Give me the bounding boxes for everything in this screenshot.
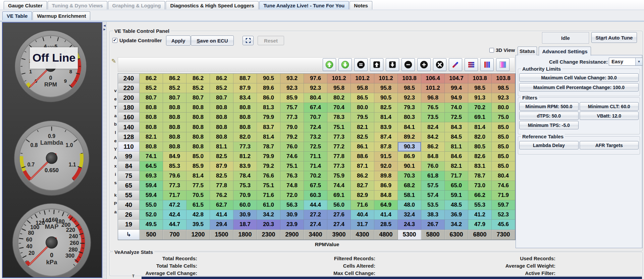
- ve-table-cell[interactable]: 70.9: [233, 191, 257, 200]
- ve-column-header[interactable]: 3900: [327, 230, 351, 240]
- tab-graphing-logging[interactable]: Graphing & Logging: [108, 1, 165, 9]
- ve-row-header[interactable]: 40: [118, 200, 140, 210]
- ve-table-cell[interactable]: 103.8: [398, 74, 421, 83]
- ve-table-cell[interactable]: 84.8: [421, 152, 445, 161]
- ve-table-cell[interactable]: 59.4: [140, 191, 163, 200]
- ve-table-cell[interactable]: 76.5: [421, 103, 445, 113]
- ve-table-cell[interactable]: 85.0: [492, 161, 515, 171]
- toolbar-interpolate-pencil-button[interactable]: [449, 58, 462, 71]
- ve-table-cell[interactable]: 80.8: [233, 122, 257, 132]
- ve-table-cell[interactable]: 36.9: [445, 210, 468, 220]
- ve-row-header[interactable]: 240: [118, 74, 140, 83]
- ve-table-cell[interactable]: 61.5: [186, 200, 210, 210]
- ve-table-cell[interactable]: 80.8: [210, 113, 233, 122]
- ve-table-cell[interactable]: 101.2: [421, 83, 445, 93]
- ve-table-cell[interactable]: 79.9: [257, 152, 280, 161]
- splitter-collapse-right-icon[interactable]: ▶: [103, 27, 106, 31]
- ve-column-header[interactable]: 5300: [398, 230, 421, 240]
- ve-table-cell[interactable]: 83.7: [257, 122, 280, 132]
- ve-table-cell[interactable]: 75.1: [280, 161, 304, 171]
- ve-table-cell[interactable]: 64.9: [374, 200, 398, 210]
- ve-table-cell[interactable]: 82.9: [351, 191, 374, 200]
- ve-table-cell[interactable]: 86.2: [421, 142, 445, 152]
- ve-table-cell[interactable]: 55.0: [140, 200, 163, 210]
- ve-table-cell[interactable]: 86.2: [186, 74, 210, 83]
- ve-table-cell[interactable]: 60.0: [233, 200, 257, 210]
- reference-lambda-delay-button[interactable]: Lambda Delay: [519, 141, 579, 149]
- ve-table-cell[interactable]: 77.8: [327, 152, 351, 161]
- ve-table-cell[interactable]: 60.3: [304, 191, 327, 200]
- ve-table-cell[interactable]: 80.8: [210, 122, 233, 132]
- ve-table-cell[interactable]: 79.0: [280, 122, 304, 132]
- ve-table-cell[interactable]: 86.2: [140, 74, 163, 83]
- ve-table-cell[interactable]: 71.4: [304, 161, 327, 171]
- ve-column-header[interactable]: 4800: [374, 230, 398, 240]
- ve-table-cell[interactable]: 27.6: [327, 210, 351, 220]
- ve-row-header[interactable]: 140: [118, 122, 140, 132]
- ve-row-header[interactable]: 75: [118, 171, 140, 181]
- tab-advanced-settings[interactable]: Advanced Settings: [539, 47, 591, 56]
- ve-column-header[interactable]: 700: [163, 230, 186, 240]
- save-on-ecu-button[interactable]: Save on ECU: [191, 36, 234, 46]
- toolbar-increase-cell-button[interactable]: [417, 58, 431, 71]
- ve-column-header[interactable]: 5800: [421, 230, 445, 240]
- ve-column-header[interactable]: 3400: [304, 230, 327, 240]
- ve-table-cell[interactable]: 80.3: [398, 113, 421, 122]
- ve-row-header[interactable]: 180: [118, 103, 140, 113]
- ve-table-cell[interactable]: 77.2: [327, 142, 351, 152]
- ve-table-cell[interactable]: 72.5: [304, 142, 327, 152]
- ve-row-header[interactable]: 19: [118, 220, 140, 229]
- ve-table-cell[interactable]: 95.8: [351, 83, 374, 93]
- ve-table-cell[interactable]: 83.9: [374, 122, 398, 132]
- filter-vbatt-12-0-button[interactable]: VBatt: 12.0: [580, 112, 639, 120]
- ve-table-cell[interactable]: 30.9: [280, 210, 304, 220]
- ve-table-cell[interactable]: 79.2: [257, 161, 280, 171]
- ve-table-cell[interactable]: 80.8: [140, 103, 163, 113]
- ve-table-cell[interactable]: 61.0: [257, 200, 280, 210]
- ve-table-cell[interactable]: 87.8: [374, 142, 398, 152]
- ve-table-cell[interactable]: 73.5: [421, 113, 445, 122]
- ve-table-cell[interactable]: 85.0: [492, 142, 515, 152]
- tab-tune-analyze-live-tune-for-you[interactable]: Tune Analyze Live! - Tune For You: [259, 1, 349, 9]
- ve-table-cell[interactable]: 80.8: [186, 142, 210, 152]
- ve-row-header[interactable]: 128: [118, 132, 140, 142]
- ve-table-cell[interactable]: 80.8: [140, 142, 163, 152]
- ve-row-header[interactable]: 99: [118, 152, 140, 161]
- ve-table-cell[interactable]: 77.5: [186, 181, 210, 191]
- ve-row-header[interactable]: 220: [118, 83, 140, 93]
- cell-change-resistance-select[interactable]: Easy ▼: [609, 58, 643, 66]
- ve-table-cell[interactable]: 69.1: [327, 191, 351, 200]
- ve-table-cell[interactable]: 77.3: [327, 161, 351, 171]
- ve-table-cell[interactable]: 81.2: [233, 152, 257, 161]
- ve-table-cell[interactable]: 81.1: [210, 142, 233, 152]
- ve-table-cell[interactable]: 90.3: [398, 142, 421, 152]
- ve-column-header[interactable]: 1200: [186, 230, 210, 240]
- ve-table-cell[interactable]: 98.5: [468, 83, 492, 93]
- ve-table-cell[interactable]: 90.1: [398, 161, 421, 171]
- ve-table-cell[interactable]: 75.1: [327, 122, 351, 132]
- ve-table-cell[interactable]: 82.5: [210, 152, 233, 161]
- ve-table-cell[interactable]: 81.1: [445, 142, 468, 152]
- ve-row-header[interactable]: 200: [118, 93, 140, 103]
- ve-table-cell[interactable]: 85.0: [492, 132, 515, 142]
- ve-table-cell[interactable]: 74.8: [280, 181, 304, 191]
- ve-table-cell[interactable]: 84.3: [445, 122, 468, 132]
- ve-table-cell[interactable]: 87.9: [210, 161, 233, 171]
- ve-table-cell[interactable]: 76.6: [257, 171, 280, 181]
- 3d-view-checkbox[interactable]: [489, 48, 494, 53]
- ve-table-cell[interactable]: 80.8: [163, 113, 186, 122]
- ve-table-cell[interactable]: 70.3: [398, 171, 421, 181]
- ve-table-cell[interactable]: 78.7: [468, 171, 492, 181]
- ve-table-cell[interactable]: 92.3: [280, 83, 304, 93]
- ve-table-cell[interactable]: 80.2: [327, 93, 351, 103]
- ve-table-cell[interactable]: 55.3: [468, 200, 492, 210]
- filter-minimum-clt-60-0-button[interactable]: Minimum CLT: 60.0: [580, 102, 639, 111]
- ve-table-cell[interactable]: 77.3: [327, 132, 351, 142]
- ve-table-cell[interactable]: 29.4: [210, 220, 233, 229]
- subtab-ve-table[interactable]: VE Table: [2, 11, 32, 20]
- ve-table-cell[interactable]: 76.3: [280, 171, 304, 181]
- ve-table-cell[interactable]: 30.9: [233, 210, 257, 220]
- ve-table-cell[interactable]: 56.3: [280, 200, 304, 210]
- ve-table-cell[interactable]: 84.6: [445, 152, 468, 161]
- ve-table-cell[interactable]: 85.0: [186, 152, 210, 161]
